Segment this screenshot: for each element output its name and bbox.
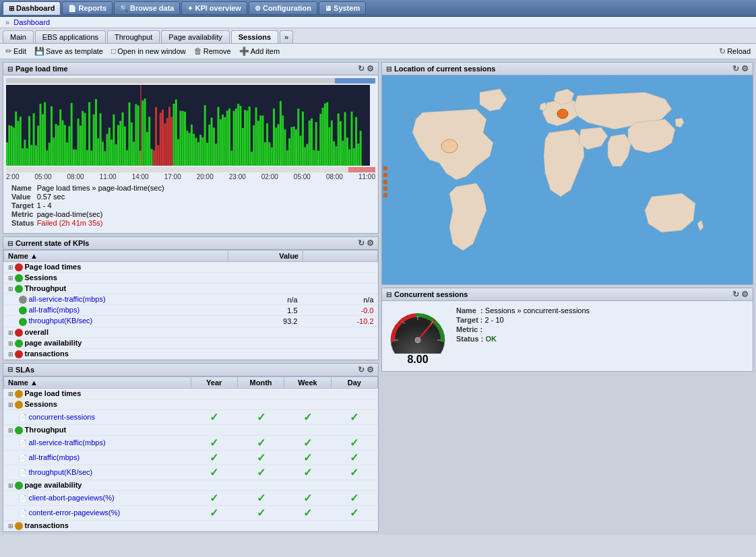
sla-expand-icon[interactable]: ⊞ xyxy=(8,401,13,408)
collapse-kpi-btn[interactable]: ⊟ xyxy=(7,240,13,247)
sla-col-week[interactable]: Week xyxy=(284,376,331,388)
settings-icon[interactable]: ⚙ xyxy=(367,64,374,73)
kpi-name[interactable]: throughput(KB/sec) xyxy=(29,317,93,325)
edit-icon: ✏ xyxy=(5,46,12,56)
save-template-button[interactable]: 💾 Save as template xyxy=(33,46,104,57)
gauge-container: 8.00 Name : Sessions » concurrent-sessio… xyxy=(382,301,753,371)
kpi-settings-icon[interactable]: ⚙ xyxy=(367,238,374,248)
nav-system[interactable]: 🖥 System xyxy=(319,1,366,15)
nav-dashboard[interactable]: ⊞ Dashboard xyxy=(3,1,61,15)
tab-sessions[interactable]: Sessions xyxy=(231,30,278,43)
kpi-refresh-icon[interactable]: ↻ xyxy=(358,238,365,248)
expand-icon[interactable]: ⊞ xyxy=(8,329,13,336)
sla-expand-icon[interactable]: ⊞ xyxy=(8,427,13,434)
sla-col-name[interactable]: Name ▲ xyxy=(4,376,191,388)
chart-bottom-scrollbar[interactable] xyxy=(6,167,375,172)
dashboard-icon: ⊞ xyxy=(9,5,14,12)
nav-kpi-overview[interactable]: ✦ KPI overview xyxy=(181,1,247,15)
refresh-icon[interactable]: ↻ xyxy=(358,64,365,73)
check-icon: ✓ xyxy=(303,437,312,449)
location-refresh-icon[interactable]: ↻ xyxy=(732,64,739,73)
remove-button[interactable]: 🗑 Remove xyxy=(193,46,232,57)
sla-week xyxy=(284,521,331,531)
sla-settings-icon[interactable]: ⚙ xyxy=(367,365,374,374)
check-icon: ✓ xyxy=(210,412,218,423)
kpi-change xyxy=(303,337,378,348)
edit-button[interactable]: ✏ Edit xyxy=(4,46,28,57)
tab-more[interactable]: » xyxy=(280,30,293,43)
check-icon: ✓ xyxy=(303,412,312,423)
sla-name[interactable]: Throughput xyxy=(25,426,67,434)
svg-rect-4 xyxy=(383,173,387,177)
nav-configuration[interactable]: ⚙ Configuration xyxy=(249,1,317,15)
kpi-change xyxy=(303,262,378,273)
kpi-row: all-traffic(mbps)1.5-0.0 xyxy=(4,305,378,316)
sla-name[interactable]: Page load times xyxy=(25,389,82,397)
kpi-name: transactions xyxy=(25,350,69,358)
open-new-window-button[interactable]: □ Open in new window xyxy=(110,46,187,57)
sla-col-year[interactable]: Year xyxy=(191,376,237,388)
sla-day xyxy=(331,480,377,491)
kpi-table: Name ▲ Value ⊞Page load times⊞Sessions⊞T… xyxy=(3,250,378,360)
svg-point-8 xyxy=(391,315,445,354)
chart-top-scrollbar[interactable] xyxy=(6,78,375,84)
kpi-name[interactable]: all-traffic(mbps) xyxy=(29,306,80,314)
sla-expand-icon[interactable]: ⊞ xyxy=(8,523,13,529)
expand-icon[interactable]: ⊞ xyxy=(8,275,13,282)
kpi-col-value[interactable]: Value xyxy=(228,251,303,262)
svg-rect-7 xyxy=(383,193,387,197)
collapse-location-btn[interactable]: ⊟ xyxy=(386,65,391,73)
tab-page-availability[interactable]: Page availability xyxy=(161,30,230,43)
expand-icon[interactable]: ⊞ xyxy=(8,340,13,347)
expand-icon[interactable]: ⊞ xyxy=(8,351,13,358)
sla-table: Name ▲ Year Month Week Day ⊞Page load ti… xyxy=(3,376,378,531)
sla-row: 📄all-service-traffic(mbps)✓✓✓✓ xyxy=(4,436,378,451)
kpi-name[interactable]: all-service-traffic(mbps) xyxy=(29,295,106,303)
sla-name[interactable]: throughput(KB/sec) xyxy=(29,468,93,476)
expand-icon[interactable]: ⊞ xyxy=(8,286,13,292)
kpi-col-name[interactable]: Name ▲ xyxy=(4,251,228,262)
cs-header-left: ⊟ Concurrent sessions xyxy=(386,290,468,298)
nav-reports[interactable]: 📄 Reports xyxy=(62,1,113,15)
svg-point-2 xyxy=(441,139,458,153)
sla-day: ✓ xyxy=(331,410,377,425)
add-item-button[interactable]: ➕ Add item xyxy=(238,46,281,57)
collapse-sla-btn[interactable]: ⊟ xyxy=(7,366,13,373)
expand-icon[interactable]: ⊞ xyxy=(8,264,13,271)
location-settings-icon[interactable]: ⚙ xyxy=(741,64,749,73)
sla-name[interactable]: transactions xyxy=(25,521,69,529)
sla-name[interactable]: concurrent-sessions xyxy=(29,413,95,421)
tab-throughput[interactable]: Throughput xyxy=(107,30,160,43)
check-icon: ✓ xyxy=(210,452,218,463)
sla-refresh-icon[interactable]: ↻ xyxy=(358,365,365,374)
sla-col-month[interactable]: Month xyxy=(237,376,284,388)
reload-button[interactable]: ↻ Reload xyxy=(718,46,752,57)
kpi-name: Sessions xyxy=(25,273,57,282)
kpi-title: Current state of KPIs xyxy=(15,239,89,247)
sla-year xyxy=(191,480,237,491)
collapse-page-load-btn[interactable]: ⊟ xyxy=(7,65,13,73)
sla-status-icon: 📄 xyxy=(19,414,27,422)
sla-name[interactable]: all-traffic(mbps) xyxy=(29,453,80,461)
status-icon xyxy=(19,296,27,304)
sla-expand-icon[interactable]: ⊞ xyxy=(8,391,13,397)
tab-main[interactable]: Main xyxy=(3,30,34,43)
sla-name[interactable]: all-service-traffic(mbps) xyxy=(29,438,106,447)
nav-browse-data[interactable]: 🔍 Browse data xyxy=(114,1,180,15)
collapse-cs-btn[interactable]: ⊟ xyxy=(386,291,391,298)
sla-name[interactable]: client-abort-pageviews(%) xyxy=(29,494,115,502)
kpi-name: page availability xyxy=(25,339,82,347)
gauge-target-row: Target : 2 - 10 xyxy=(456,316,590,324)
sla-name[interactable]: content-error-pageviews(%) xyxy=(29,509,121,517)
cs-settings-icon[interactable]: ⚙ xyxy=(741,290,749,299)
kpi-change xyxy=(303,327,378,337)
sla-name[interactable]: Sessions xyxy=(25,400,57,408)
breadcrumb-link[interactable]: Dashboard xyxy=(13,18,50,26)
sla-expand-icon[interactable]: ⊞ xyxy=(8,482,13,489)
cs-refresh-icon[interactable]: ↻ xyxy=(732,290,739,299)
sla-name[interactable]: page availability xyxy=(25,481,82,489)
tab-ebs[interactable]: EBS applications xyxy=(35,30,106,43)
sla-col-day[interactable]: Day xyxy=(331,376,377,388)
sla-month: ✓ xyxy=(237,436,284,451)
kpi-value xyxy=(228,284,303,294)
